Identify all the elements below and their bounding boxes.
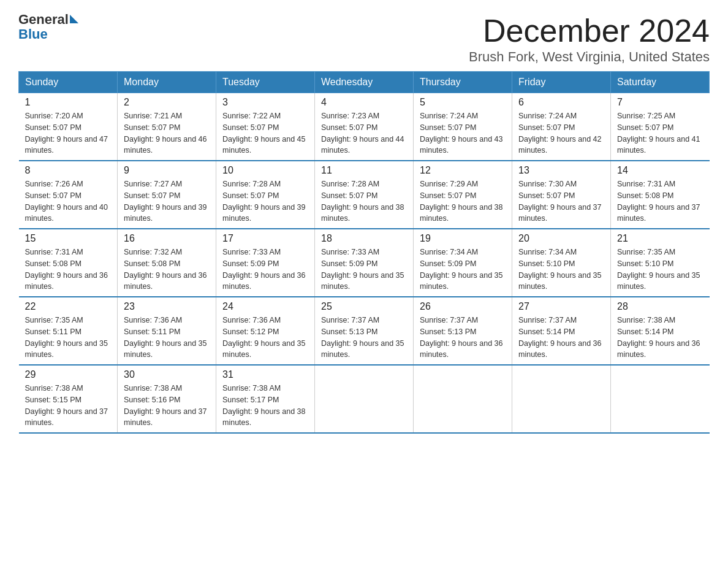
day-info: Sunrise: 7:21 AM Sunset: 5:07 PM Dayligh… [124,110,210,156]
calendar-cell: 31 Sunrise: 7:38 AM Sunset: 5:17 PM Dayl… [216,365,315,433]
day-info: Sunrise: 7:31 AM Sunset: 5:08 PM Dayligh… [25,247,112,293]
day-info: Sunrise: 7:26 AM Sunset: 5:07 PM Dayligh… [25,178,112,224]
day-number: 26 [420,301,506,312]
calendar-cell: 11 Sunrise: 7:28 AM Sunset: 5:07 PM Dayl… [315,161,414,229]
day-number: 30 [124,369,210,380]
calendar-cell: 13 Sunrise: 7:30 AM Sunset: 5:07 PM Dayl… [512,161,611,229]
day-number: 31 [222,369,308,380]
day-info: Sunrise: 7:33 AM Sunset: 5:09 PM Dayligh… [222,247,308,293]
day-info: Sunrise: 7:23 AM Sunset: 5:07 PM Dayligh… [321,110,407,156]
calendar-cell: 19 Sunrise: 7:34 AM Sunset: 5:09 PM Dayl… [414,229,512,297]
day-number: 4 [321,97,407,108]
day-info: Sunrise: 7:36 AM Sunset: 5:12 PM Dayligh… [222,315,308,361]
calendar-cell: 8 Sunrise: 7:26 AM Sunset: 5:07 PM Dayli… [19,161,118,229]
calendar-cell: 25 Sunrise: 7:37 AM Sunset: 5:13 PM Dayl… [315,297,414,365]
day-info: Sunrise: 7:29 AM Sunset: 5:07 PM Dayligh… [420,178,506,224]
title-block: December 2024 Brush Fork, West Virginia,… [469,12,710,65]
calendar-cell: 29 Sunrise: 7:38 AM Sunset: 5:15 PM Dayl… [19,365,118,433]
calendar-cell: 20 Sunrise: 7:34 AM Sunset: 5:10 PM Dayl… [512,229,611,297]
day-info: Sunrise: 7:37 AM Sunset: 5:14 PM Dayligh… [518,315,604,361]
calendar-cell: 12 Sunrise: 7:29 AM Sunset: 5:07 PM Dayl… [414,161,512,229]
day-number: 24 [222,301,308,312]
calendar-week-row: 15 Sunrise: 7:31 AM Sunset: 5:08 PM Dayl… [19,229,710,297]
day-number: 1 [25,97,112,108]
calendar-cell: 14 Sunrise: 7:31 AM Sunset: 5:08 PM Dayl… [611,161,710,229]
calendar-cell: 5 Sunrise: 7:24 AM Sunset: 5:07 PM Dayli… [414,93,512,161]
day-number: 10 [222,165,308,176]
day-info: Sunrise: 7:34 AM Sunset: 5:10 PM Dayligh… [518,247,604,293]
calendar-cell: 24 Sunrise: 7:36 AM Sunset: 5:12 PM Dayl… [216,297,315,365]
calendar-cell: 23 Sunrise: 7:36 AM Sunset: 5:11 PM Dayl… [118,297,216,365]
day-info: Sunrise: 7:38 AM Sunset: 5:14 PM Dayligh… [617,315,703,361]
calendar-cell: 17 Sunrise: 7:33 AM Sunset: 5:09 PM Dayl… [216,229,315,297]
calendar-subtitle: Brush Fork, West Virginia, United States [469,49,710,65]
day-number: 14 [617,165,703,176]
day-info: Sunrise: 7:28 AM Sunset: 5:07 PM Dayligh… [321,178,407,224]
day-number: 2 [124,97,210,108]
header-sunday: Sunday [19,72,118,93]
calendar-cell: 3 Sunrise: 7:22 AM Sunset: 5:07 PM Dayli… [216,93,315,161]
calendar-cell: 16 Sunrise: 7:32 AM Sunset: 5:08 PM Dayl… [118,229,216,297]
day-info: Sunrise: 7:22 AM Sunset: 5:07 PM Dayligh… [222,110,308,156]
header-wednesday: Wednesday [315,72,414,93]
header-monday: Monday [118,72,216,93]
calendar-cell [414,365,512,433]
calendar-cell [315,365,414,433]
calendar-cell: 4 Sunrise: 7:23 AM Sunset: 5:07 PM Dayli… [315,93,414,161]
day-info: Sunrise: 7:20 AM Sunset: 5:07 PM Dayligh… [25,110,112,156]
calendar-cell: 6 Sunrise: 7:24 AM Sunset: 5:07 PM Dayli… [512,93,611,161]
calendar-cell: 21 Sunrise: 7:35 AM Sunset: 5:10 PM Dayl… [611,229,710,297]
day-number: 8 [25,165,112,176]
logo-triangle-icon [70,15,78,23]
day-number: 3 [222,97,308,108]
calendar-cell: 30 Sunrise: 7:38 AM Sunset: 5:16 PM Dayl… [118,365,216,433]
calendar-cell [611,365,710,433]
day-info: Sunrise: 7:38 AM Sunset: 5:15 PM Dayligh… [25,383,112,429]
day-number: 16 [124,233,210,244]
calendar-cell: 27 Sunrise: 7:37 AM Sunset: 5:14 PM Dayl… [512,297,611,365]
day-number: 28 [617,301,703,312]
calendar-cell: 2 Sunrise: 7:21 AM Sunset: 5:07 PM Dayli… [118,93,216,161]
calendar-week-row: 1 Sunrise: 7:20 AM Sunset: 5:07 PM Dayli… [19,93,710,161]
day-number: 20 [518,233,604,244]
day-number: 9 [124,165,210,176]
calendar-cell: 26 Sunrise: 7:37 AM Sunset: 5:13 PM Dayl… [414,297,512,365]
day-info: Sunrise: 7:30 AM Sunset: 5:07 PM Dayligh… [518,178,604,224]
day-number: 29 [25,369,112,380]
day-info: Sunrise: 7:34 AM Sunset: 5:09 PM Dayligh… [420,247,506,293]
day-number: 13 [518,165,604,176]
page-header: General Blue December 2024 Brush Fork, W… [18,12,710,65]
day-number: 5 [420,97,506,108]
calendar-cell: 9 Sunrise: 7:27 AM Sunset: 5:07 PM Dayli… [118,161,216,229]
day-info: Sunrise: 7:38 AM Sunset: 5:17 PM Dayligh… [222,383,308,429]
calendar-cell: 10 Sunrise: 7:28 AM Sunset: 5:07 PM Dayl… [216,161,315,229]
calendar-cell: 1 Sunrise: 7:20 AM Sunset: 5:07 PM Dayli… [19,93,118,161]
day-number: 27 [518,301,604,312]
header-friday: Friday [512,72,611,93]
day-number: 23 [124,301,210,312]
calendar-week-row: 22 Sunrise: 7:35 AM Sunset: 5:11 PM Dayl… [19,297,710,365]
day-number: 19 [420,233,506,244]
day-number: 11 [321,165,407,176]
logo: General Blue [18,12,78,42]
calendar-cell: 15 Sunrise: 7:31 AM Sunset: 5:08 PM Dayl… [19,229,118,297]
day-number: 7 [617,97,703,108]
day-number: 25 [321,301,407,312]
day-info: Sunrise: 7:37 AM Sunset: 5:13 PM Dayligh… [420,315,506,361]
calendar-cell [512,365,611,433]
logo-blue: Blue [18,27,78,42]
day-info: Sunrise: 7:24 AM Sunset: 5:07 PM Dayligh… [518,110,604,156]
day-info: Sunrise: 7:38 AM Sunset: 5:16 PM Dayligh… [124,383,210,429]
day-info: Sunrise: 7:32 AM Sunset: 5:08 PM Dayligh… [124,247,210,293]
day-number: 22 [25,301,112,312]
day-info: Sunrise: 7:33 AM Sunset: 5:09 PM Dayligh… [321,247,407,293]
day-info: Sunrise: 7:25 AM Sunset: 5:07 PM Dayligh… [617,110,703,156]
calendar-cell: 28 Sunrise: 7:38 AM Sunset: 5:14 PM Dayl… [611,297,710,365]
day-info: Sunrise: 7:35 AM Sunset: 5:11 PM Dayligh… [25,315,112,361]
day-info: Sunrise: 7:35 AM Sunset: 5:10 PM Dayligh… [617,247,703,293]
day-number: 17 [222,233,308,244]
header-saturday: Saturday [611,72,710,93]
calendar-cell: 22 Sunrise: 7:35 AM Sunset: 5:11 PM Dayl… [19,297,118,365]
day-info: Sunrise: 7:37 AM Sunset: 5:13 PM Dayligh… [321,315,407,361]
calendar-week-row: 29 Sunrise: 7:38 AM Sunset: 5:15 PM Dayl… [19,365,710,433]
